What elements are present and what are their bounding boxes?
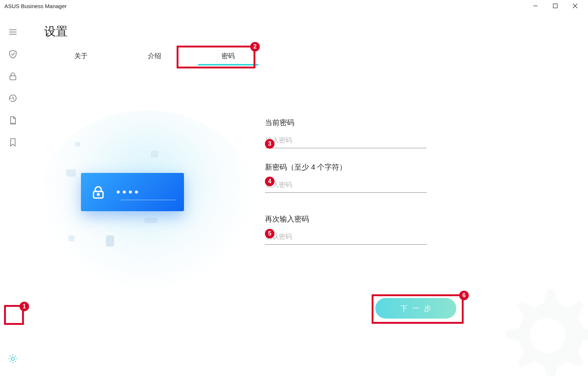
app-window: ASUS Business Manager: [0, 0, 588, 376]
shield-check-icon: [8, 49, 18, 59]
menu-button[interactable]: [7, 26, 19, 38]
decor-shape: [106, 235, 114, 246]
masked-dots: ••••: [116, 186, 141, 198]
next-button[interactable]: 下一步: [375, 298, 456, 319]
current-password-label: 当前密码: [265, 118, 427, 128]
history-icon: [8, 93, 18, 103]
tab-password[interactable]: 密码: [191, 49, 265, 67]
new-password-label: 新密码（至少 4 个字符）: [265, 162, 427, 172]
decor-shape: [68, 235, 74, 241]
sidebar-item-history[interactable]: [7, 92, 19, 104]
sidebar-item-lock[interactable]: [7, 70, 19, 82]
svg-rect-7: [10, 76, 16, 80]
confirm-password-input[interactable]: [265, 229, 427, 245]
gear-icon: [8, 354, 18, 364]
decor-shape: [66, 169, 76, 177]
current-password-input[interactable]: [265, 133, 427, 148]
field-confirm-password: 再次输入密码: [265, 214, 427, 245]
watermark-gear-icon: [492, 280, 588, 376]
page-title: 设置: [44, 24, 68, 40]
tab-about[interactable]: 关于: [44, 49, 118, 67]
maximize-icon: [553, 3, 558, 8]
sidebar-item-settings[interactable]: [7, 352, 19, 365]
lock-icon: [8, 71, 18, 81]
annotation-dot-6: 6: [459, 291, 469, 300]
close-icon: [573, 3, 578, 8]
field-new-password: 新密码（至少 4 个字符）: [265, 162, 427, 193]
file-icon: [8, 116, 18, 125]
svg-point-13: [11, 357, 15, 361]
tab-intro[interactable]: 介绍: [118, 49, 191, 67]
sidebar-item-bookmark[interactable]: [7, 136, 19, 149]
titlebar-actions: [525, 0, 585, 12]
password-illustration: ••••: [52, 125, 243, 283]
decor-shape: [75, 142, 80, 146]
decor-shape: [151, 151, 158, 157]
minimize-button[interactable]: [525, 0, 545, 12]
password-form: 当前密码 新密码（至少 4 个字符） 再次输入密码: [265, 118, 427, 259]
titlebar-title: ASUS Business Manager: [3, 3, 67, 9]
close-button[interactable]: [565, 0, 585, 12]
svg-point-15: [98, 194, 99, 195]
lock-illustration-icon: [91, 184, 106, 200]
maximize-button[interactable]: [545, 0, 565, 12]
confirm-password-label: 再次输入密码: [265, 214, 427, 224]
dots-underline: [121, 200, 176, 200]
hamburger-icon: [8, 27, 18, 37]
bookmark-icon: [8, 138, 18, 147]
password-card: ••••: [81, 173, 184, 211]
sidebar-item-security[interactable]: [7, 48, 19, 60]
sidebar: [0, 15, 26, 376]
new-password-input[interactable]: [265, 177, 427, 193]
sidebar-item-document[interactable]: [7, 114, 19, 127]
decor-shape: [144, 218, 157, 223]
svg-rect-1: [553, 4, 557, 8]
minimize-icon: [533, 3, 538, 8]
next-button-label: 下一步: [396, 304, 436, 313]
titlebar: ASUS Business Manager: [0, 0, 588, 12]
tabs: 关于 介绍 密码: [44, 49, 265, 67]
field-current-password: 当前密码: [265, 118, 427, 148]
